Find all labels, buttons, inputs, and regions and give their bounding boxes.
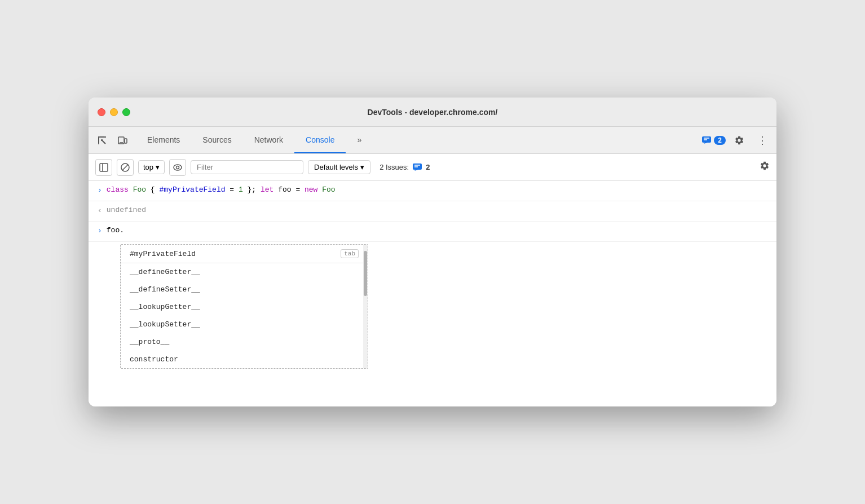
svg-line-14: [122, 165, 128, 170]
issues-prefix: 2 Issues:: [379, 163, 409, 171]
console-result-undefined: undefined: [107, 206, 146, 214]
filter-input[interactable]: [191, 160, 303, 174]
close-button[interactable]: [98, 108, 105, 116]
console-line-2: ‹ undefined: [89, 201, 776, 222]
autocomplete-item-6[interactable]: constructor: [121, 351, 368, 368]
clear-console-button[interactable]: [117, 159, 134, 176]
levels-dropdown-icon: ▾: [360, 163, 364, 171]
tabbar-left-icons: [93, 127, 131, 153]
autocomplete-item-3[interactable]: __lookupGetter__: [121, 298, 368, 316]
console-line-3: › foo.: [89, 222, 776, 242]
issues-message-icon: [412, 162, 422, 173]
ac-tab-hint-0: tab: [341, 249, 359, 258]
prompt-chevron-1: ›: [98, 186, 102, 194]
traffic-lights: [98, 108, 130, 116]
svg-rect-2: [99, 136, 105, 138]
ac-item-text-5: __proto__: [130, 338, 359, 346]
console-line-1: › class Foo { #myPrivateField = 1 }; let…: [89, 181, 776, 201]
console-line-1-text: class Foo { #myPrivateField = 1 }; let f…: [107, 185, 767, 194]
inspect-icon: [97, 135, 107, 145]
svg-rect-3: [105, 136, 106, 138]
issues-section: 2 Issues: 2: [379, 162, 430, 173]
settings-button[interactable]: [730, 131, 748, 149]
tab-elements[interactable]: Elements: [136, 127, 191, 153]
ac-item-text-0: #myPrivateField: [130, 250, 336, 258]
eye-icon: [173, 162, 183, 173]
autocomplete-scrollbar-thumb: [364, 251, 367, 296]
window-title: DevTools - developer.chrome.com/: [368, 108, 498, 117]
issues-count: 2: [426, 163, 430, 171]
issue-count: 2: [714, 136, 726, 145]
autocomplete-item-0[interactable]: #myPrivateField tab: [121, 245, 368, 263]
autocomplete-scrollbar[interactable]: [363, 245, 368, 368]
maximize-button[interactable]: [122, 108, 130, 116]
tab-network[interactable]: Network: [243, 127, 294, 153]
ac-item-text-1: __defineGetter__: [130, 268, 359, 276]
ac-item-text-3: __lookupGetter__: [130, 303, 359, 311]
svg-point-15: [174, 165, 182, 170]
tabs-container: Elements Sources Network Console »: [136, 127, 701, 153]
device-icon: [117, 135, 127, 145]
context-value: top: [143, 163, 153, 171]
live-expressions-button[interactable]: [169, 159, 186, 176]
autocomplete-item-2[interactable]: __defineSetter__: [121, 281, 368, 298]
svg-point-16: [176, 166, 179, 169]
more-options-button[interactable]: ⋮: [753, 132, 772, 149]
tab-more[interactable]: »: [346, 127, 373, 153]
ac-item-text-6: constructor: [130, 355, 359, 364]
svg-rect-6: [125, 139, 127, 143]
autocomplete-dropdown[interactable]: #myPrivateField tab __defineGetter__ __d…: [120, 244, 368, 369]
context-dropdown-icon: ▾: [156, 163, 160, 171]
svg-rect-1: [98, 138, 99, 143]
prompt-left-1: ‹: [98, 206, 102, 215]
svg-rect-0: [98, 136, 99, 138]
console-settings-button[interactable]: [760, 161, 770, 174]
inspect-element-button[interactable]: [93, 131, 111, 149]
levels-label: Default levels: [314, 163, 358, 171]
ac-item-text-2: __defineSetter__: [130, 285, 359, 294]
autocomplete-item-1[interactable]: __defineGetter__: [121, 263, 368, 281]
issue-badge: 2: [701, 136, 726, 145]
log-levels-selector[interactable]: Default levels ▾: [308, 160, 370, 174]
show-sidebar-button[interactable]: [95, 159, 112, 176]
message-square-icon: [701, 136, 712, 145]
device-toolbar-button[interactable]: [113, 131, 131, 149]
console-line-3-text: foo.: [107, 226, 767, 235]
console-body: › class Foo { #myPrivateField = 1 }; let…: [89, 181, 776, 406]
ban-icon: [120, 162, 130, 173]
tab-sources[interactable]: Sources: [191, 127, 242, 153]
tab-console[interactable]: Console: [294, 127, 346, 153]
tabbar-right: 2 ⋮: [701, 127, 772, 153]
minimize-button[interactable]: [110, 108, 118, 116]
svg-rect-4: [98, 143, 99, 144]
ac-item-text-4: __lookupSetter__: [130, 320, 359, 329]
devtools-window: DevTools - developer.chrome.com/: [89, 98, 776, 406]
tabbar: Elements Sources Network Console »: [89, 127, 776, 154]
context-selector[interactable]: top ▾: [138, 160, 165, 174]
gear-icon: [734, 135, 744, 145]
titlebar: DevTools - developer.chrome.com/: [89, 98, 776, 127]
prompt-chevron-3: ›: [98, 227, 102, 235]
sidebar-icon: [99, 162, 109, 173]
autocomplete-item-5[interactable]: __proto__: [121, 333, 368, 351]
svg-rect-11: [100, 163, 108, 171]
console-toolbar: top ▾ Default levels ▾ 2 Issues: 2: [89, 154, 776, 181]
console-gear-icon: [760, 161, 770, 171]
autocomplete-item-4[interactable]: __lookupSetter__: [121, 316, 368, 333]
